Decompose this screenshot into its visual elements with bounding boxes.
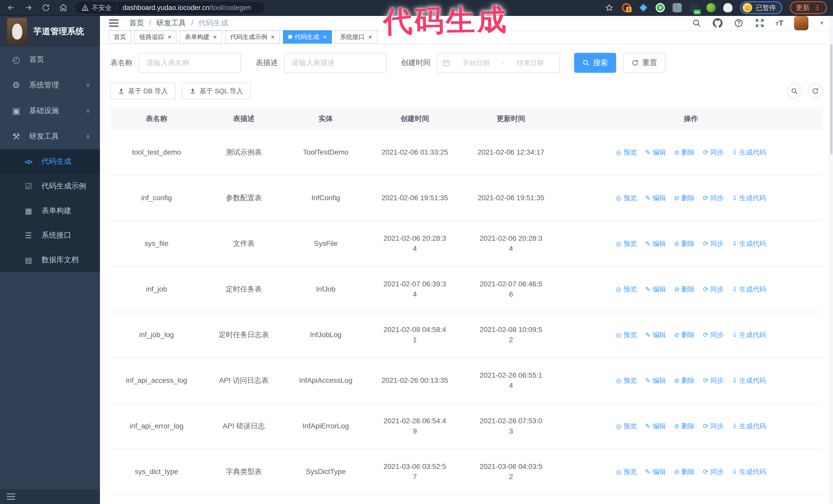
edit-link[interactable]: 编辑 (645, 375, 666, 386)
edit-link[interactable]: 编辑 (645, 466, 666, 477)
extension-gem-icon[interactable] (639, 3, 648, 12)
edit-link[interactable]: 编辑 (645, 330, 666, 340)
extension-blocker-icon[interactable]: 1 (622, 3, 631, 12)
sidebar-submenu-item[interactable]: 表单构建 (0, 198, 100, 223)
reset-button[interactable]: 重置 (623, 53, 665, 73)
sync-link[interactable]: 同步 (703, 466, 724, 477)
generate-code-link[interactable]: 生成代码 (732, 147, 766, 158)
edit-link[interactable]: 编辑 (645, 193, 666, 203)
sync-link[interactable]: 同步 (703, 284, 724, 294)
security-label[interactable]: 不安全 (92, 3, 112, 12)
sidebar-submenu-item[interactable]: 数据库文档 (0, 248, 100, 272)
sidebar-submenu-item[interactable]: 代码生成 (0, 149, 100, 174)
generate-code-link[interactable]: 生成代码 (732, 193, 766, 203)
tab[interactable]: 代码生成示例 × (225, 30, 280, 44)
breadcrumb-item[interactable]: 研发工具 (156, 18, 198, 28)
delete-link[interactable]: 删除 (674, 238, 695, 249)
delete-link[interactable]: 删除 (674, 375, 695, 386)
sidebar-menu-item[interactable]: 基础设施 (0, 98, 100, 124)
sync-link[interactable]: 同步 (703, 375, 724, 386)
home-icon[interactable] (58, 3, 68, 13)
scrollbar[interactable] (829, 16, 833, 504)
sync-link[interactable]: 同步 (703, 238, 724, 249)
fullscreen-icon[interactable] (755, 18, 765, 28)
edit-link[interactable]: 编辑 (645, 238, 666, 249)
preview-link[interactable]: 预览 (616, 193, 637, 203)
sync-link[interactable]: 同步 (703, 147, 724, 158)
browser-update-button[interactable]: 更新 ⋮ (790, 1, 827, 14)
delete-link[interactable]: 删除 (674, 284, 695, 294)
generate-code-link[interactable]: 生成代码 (732, 421, 766, 431)
tab[interactable]: 表单构建 × (180, 30, 222, 44)
delete-link[interactable]: 删除 (674, 466, 695, 477)
sidebar-menu-item[interactable]: 首页 (0, 47, 100, 72)
extension-switch-icon[interactable]: on (689, 3, 699, 12)
scrollbar-thumb[interactable] (830, 44, 832, 154)
start-date-placeholder[interactable]: 开始日期 (452, 58, 500, 67)
reload-icon[interactable] (41, 3, 51, 13)
tab[interactable]: 首页 × (109, 30, 131, 44)
generate-code-link[interactable]: 生成代码 (732, 466, 766, 477)
delete-link[interactable]: 删除 (674, 193, 695, 203)
back-icon[interactable] (6, 3, 16, 13)
generate-code-link[interactable]: 生成代码 (732, 330, 766, 340)
delete-link[interactable]: 删除 (674, 330, 695, 340)
caret-down-icon[interactable]: ▼ (819, 20, 824, 26)
generate-code-link[interactable]: 生成代码 (732, 238, 766, 249)
sidebar-submenu-item[interactable]: 系统接口 (0, 223, 100, 248)
delete-link[interactable]: 删除 (674, 421, 695, 431)
sidebar-submenu-item[interactable]: 代码生成示例 (0, 174, 100, 198)
preview-link[interactable]: 预览 (616, 330, 637, 340)
extensions-puzzle-icon[interactable] (723, 3, 733, 12)
sidebar-menu-item[interactable]: 研发工具 (0, 124, 100, 149)
preview-link[interactable]: 预览 (616, 375, 637, 386)
import-sql-button[interactable]: 基于 SQL 导入 (182, 82, 251, 99)
close-icon[interactable]: × (213, 33, 217, 40)
preview-link[interactable]: 预览 (616, 284, 637, 294)
browser-menu-dots-icon[interactable]: ⋮ (814, 4, 821, 12)
import-db-button[interactable]: 基于 DB 导入 (110, 82, 175, 99)
edit-link[interactable]: 编辑 (645, 421, 666, 431)
close-icon[interactable]: × (323, 33, 327, 40)
hamburger-icon[interactable] (109, 18, 119, 28)
help-icon[interactable] (734, 18, 744, 28)
sync-link[interactable]: 同步 (703, 421, 724, 431)
extension-v-icon[interactable] (656, 3, 665, 12)
search-icon[interactable] (691, 18, 702, 28)
forward-icon[interactable] (24, 3, 33, 13)
close-icon[interactable]: × (168, 33, 171, 40)
sidebar-menu-item[interactable]: 系统管理 (0, 72, 100, 98)
close-icon[interactable]: × (271, 33, 275, 40)
tab[interactable]: 代码生成 × (283, 30, 332, 44)
preview-link[interactable]: 预览 (616, 421, 637, 431)
user-avatar[interactable] (794, 16, 808, 30)
table-desc-input[interactable]: 请输入表描述 (284, 53, 386, 73)
delete-link[interactable]: 删除 (674, 147, 695, 158)
breadcrumb-item[interactable]: 首页 (129, 18, 156, 28)
preview-link[interactable]: 预览 (616, 147, 637, 158)
tab[interactable]: 链路追踪 × (134, 30, 176, 44)
preview-link[interactable]: 预览 (616, 238, 637, 249)
sync-link[interactable]: 同步 (703, 193, 724, 203)
text-size-icon[interactable]: TT (776, 19, 784, 27)
sidebar-collapse-bar[interactable] (0, 489, 100, 504)
refresh-table-button[interactable] (808, 83, 823, 98)
generate-code-link[interactable]: 生成代码 (732, 375, 766, 386)
search-button[interactable]: 搜索 (574, 53, 616, 73)
browser-profile-button[interactable]: ☺ 已暂停 (740, 1, 782, 14)
toggle-search-button[interactable] (787, 83, 802, 98)
edit-link[interactable]: 编辑 (645, 284, 666, 294)
app-logo[interactable]: 芋道管理系统 (0, 16, 100, 47)
address-bar[interactable]: 不安全 dashboard.yudao.iocoder.cn/tool/code… (75, 2, 264, 14)
edit-link[interactable]: 编辑 (645, 147, 666, 158)
generate-code-link[interactable]: 生成代码 (732, 284, 766, 294)
date-range-picker[interactable]: 开始日期 - 结束日期 (437, 53, 560, 73)
extension-green-icon[interactable] (706, 3, 716, 12)
sync-link[interactable]: 同步 (703, 330, 724, 340)
close-icon[interactable]: × (368, 33, 372, 40)
end-date-placeholder[interactable]: 结束日期 (506, 58, 554, 67)
preview-link[interactable]: 预览 (616, 466, 637, 477)
table-name-input[interactable]: 请输入表名称 (139, 53, 241, 73)
tab[interactable]: 系统接口 × (335, 30, 377, 44)
breadcrumb-item[interactable]: 代码生成 (198, 18, 228, 28)
